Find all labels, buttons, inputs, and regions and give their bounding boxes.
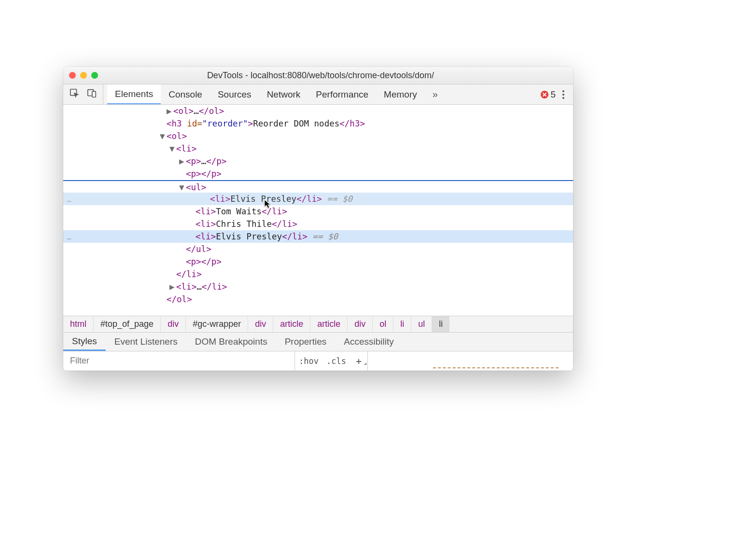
dom-node[interactable]: ▶<li>…</li>	[63, 280, 573, 293]
tab-memory[interactable]: Memory	[376, 84, 425, 104]
dom-node[interactable]: <p></p>	[63, 255, 573, 268]
dom-node[interactable]: <h3 id="reorder">Reorder DOM nodes</h3>	[63, 117, 573, 130]
crumb-li-selected[interactable]: li	[432, 316, 449, 332]
tab-elements[interactable]: Elements	[107, 84, 161, 104]
dom-node[interactable]: </li>	[63, 268, 573, 280]
dom-node[interactable]: <p></p>	[63, 168, 573, 180]
device-toolbar-icon[interactable]	[86, 88, 97, 101]
error-counter[interactable]: 5	[541, 89, 556, 100]
crumb-div[interactable]: div	[347, 316, 372, 332]
tab-console[interactable]: Console	[161, 84, 210, 104]
zoom-window-button[interactable]	[91, 72, 98, 79]
dom-node[interactable]: <li>Chris Thile</li>	[63, 218, 573, 230]
tab-styles[interactable]: Styles	[63, 333, 106, 351]
dom-node[interactable]: ▶<ol>…</ol>	[63, 105, 573, 117]
tab-sources[interactable]: Sources	[210, 84, 259, 104]
cls-toggle[interactable]: .cls	[322, 356, 350, 366]
dom-tree[interactable]: ▶<ol>…</ol> <h3 id="reorder">Reorder DOM…	[63, 105, 573, 316]
devtools-window: DevTools - localhost:8080/web/tools/chro…	[63, 67, 573, 371]
breadcrumb: html #top_of_page div #gc-wrapper div ar…	[63, 316, 573, 332]
tab-network[interactable]: Network	[259, 84, 308, 104]
error-icon	[541, 91, 548, 98]
dom-node-drag-ghost[interactable]: …<li>Elvis Presley</li> == $0	[63, 193, 573, 205]
sidebar-tabs: Styles Event Listeners DOM Breakpoints P…	[63, 332, 573, 351]
panel-tabs: Elements Console Sources Network Perform…	[107, 84, 425, 104]
svg-rect-2	[92, 91, 96, 97]
tab-event-listeners[interactable]: Event Listeners	[106, 333, 186, 351]
inspect-element-icon[interactable]	[69, 88, 80, 101]
crumb-article[interactable]: article	[310, 316, 347, 332]
tab-accessibility[interactable]: Accessibility	[335, 333, 402, 351]
settings-menu-icon[interactable]	[560, 90, 567, 99]
crumb-li[interactable]: li	[393, 316, 411, 332]
crumb-div[interactable]: div	[248, 316, 273, 332]
dom-node-selected[interactable]: …<li>Elvis Presley</li> == $0	[63, 230, 573, 243]
devtools-toolbar: Elements Console Sources Network Perform…	[63, 84, 573, 105]
window-controls	[69, 72, 98, 79]
crumb-html[interactable]: html	[63, 316, 93, 332]
styles-filter-input[interactable]	[63, 351, 295, 370]
minimize-window-button[interactable]	[80, 72, 87, 79]
dom-node[interactable]: ▼<li>	[63, 142, 573, 155]
new-style-rule-button[interactable]: +	[350, 355, 367, 367]
dom-node[interactable]: </ul>	[63, 243, 573, 255]
crumb-ul[interactable]: ul	[411, 316, 432, 332]
dom-node[interactable]: <li>Tom Waits</li>	[63, 205, 573, 218]
close-window-button[interactable]	[69, 72, 76, 79]
tab-performance[interactable]: Performance	[308, 84, 376, 104]
tab-properties[interactable]: Properties	[276, 333, 336, 351]
crumb-gc-wrapper[interactable]: #gc-wrapper	[185, 316, 248, 332]
dom-node[interactable]: ▼<ul>	[63, 180, 573, 193]
hov-toggle[interactable]: :hov	[295, 356, 322, 366]
tab-dom-breakpoints[interactable]: DOM Breakpoints	[186, 333, 276, 351]
more-tabs-icon[interactable]: »	[429, 89, 442, 100]
mouse-cursor-icon	[264, 199, 272, 209]
crumb-div[interactable]: div	[160, 316, 185, 332]
styles-toolbar: :hov .cls +	[63, 351, 573, 371]
dom-node[interactable]: </ol>	[63, 293, 573, 306]
dom-node[interactable]: ▼<ol>	[63, 130, 573, 142]
error-count: 5	[550, 89, 556, 100]
crumb-ol[interactable]: ol	[372, 316, 393, 332]
window-title: DevTools - localhost:8080/web/tools/chro…	[98, 70, 567, 81]
dom-node[interactable]: ▶<p>…</p>	[63, 155, 573, 168]
box-model-preview[interactable]	[433, 367, 559, 370]
crumb-article[interactable]: article	[273, 316, 310, 332]
window-titlebar[interactable]: DevTools - localhost:8080/web/tools/chro…	[63, 67, 573, 84]
crumb-top-of-page[interactable]: #top_of_page	[93, 316, 160, 332]
